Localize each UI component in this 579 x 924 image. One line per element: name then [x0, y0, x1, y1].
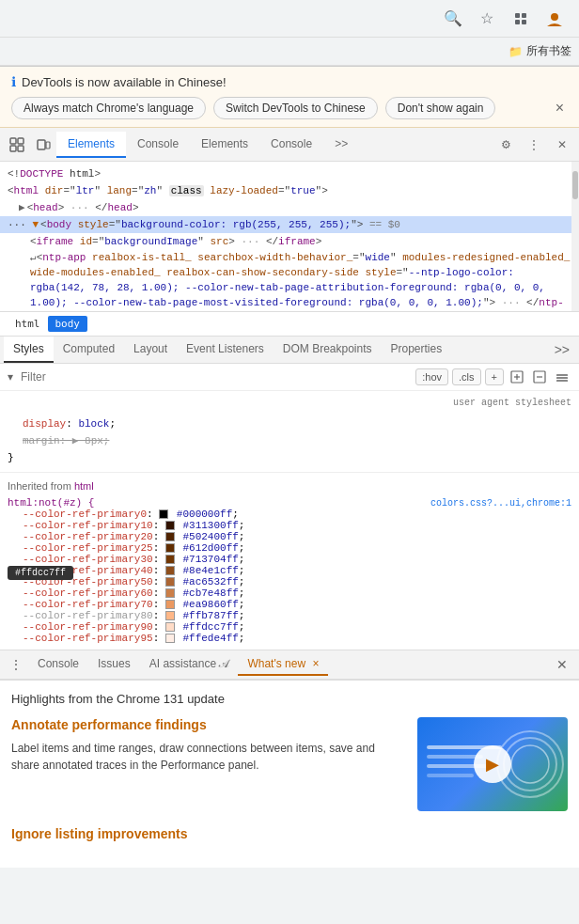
gear-icon[interactable]: ⚙	[493, 132, 519, 158]
tab-layout[interactable]: Layout	[124, 337, 177, 363]
color-swatch-90[interactable]	[165, 622, 175, 632]
whats-new-tab-x[interactable]: ×	[312, 657, 319, 670]
css-margin-prop[interactable]: margin: ▶ 8px;	[8, 432, 571, 449]
filter-input[interactable]	[21, 370, 408, 384]
color-prop-primary95[interactable]: --color-ref-primary95: #ffede4ff;	[8, 633, 571, 644]
tab-sources[interactable]: Elements	[190, 132, 259, 158]
color-palette-icon[interactable]	[553, 368, 571, 386]
inherited-from-element[interactable]: html	[74, 480, 94, 492]
color-swatch-20[interactable]	[165, 532, 175, 541]
notification-message: DevTools is now available in Chinese!	[22, 75, 227, 89]
devtools-panel: ℹ DevTools is now available in Chinese! …	[0, 66, 579, 868]
switch-chinese-button[interactable]: Switch DevTools to Chinese	[213, 97, 378, 119]
svg-rect-8	[18, 146, 23, 151]
match-language-button[interactable]: Always match Chrome's language	[11, 97, 206, 119]
tab-event-listeners[interactable]: Event Listeners	[177, 337, 274, 363]
tab-dom-breakpoints[interactable]: DOM Breakpoints	[274, 337, 382, 363]
tab-computed[interactable]: Computed	[54, 337, 124, 363]
svg-rect-3	[522, 20, 526, 24]
devtools-main-tabs: Elements Console Elements Console >> ⚙ ⋮…	[0, 128, 579, 162]
more-options-icon[interactable]: ⋮	[521, 132, 547, 158]
breadcrumb-bar: html body	[0, 312, 579, 337]
tab-bottom-whats-new[interactable]: What's new ×	[238, 653, 328, 676]
whats-new-title: Highlights from the Chrome 131 update	[11, 692, 568, 706]
svg-rect-10	[46, 142, 50, 149]
source-link[interactable]: colors.css?...ui,chrome:1	[430, 498, 571, 509]
color-swatch-95[interactable]	[165, 634, 175, 643]
hov-button[interactable]: :hov	[415, 368, 448, 385]
html-line-doctype[interactable]: <!DOCTYPE html>	[0, 165, 579, 182]
color-swatch-40[interactable]	[165, 566, 175, 575]
color-swatch-0[interactable]	[159, 509, 168, 519]
search-icon[interactable]: 🔍	[440, 6, 466, 32]
color-prop-primary80[interactable]: --color-ref-primary80: #ffb787ff;	[8, 610, 571, 621]
html-panel-scrollbar[interactable]	[571, 162, 579, 311]
play-button[interactable]: ▶	[474, 745, 511, 783]
whats-new-panel: Highlights from the Chrome 131 update ▶	[0, 680, 579, 868]
svg-rect-2	[515, 20, 520, 24]
tab-more[interactable]: >>	[323, 132, 359, 158]
inspector-icon-tab[interactable]	[4, 132, 30, 158]
color-prop-primary50[interactable]: --color-ref-primary50: #ac6532ff;	[8, 576, 571, 587]
tab-elements[interactable]: Elements	[56, 132, 126, 158]
color-tooltip: #ffdcc7ff	[8, 566, 73, 580]
tab-properties[interactable]: Properties	[382, 337, 452, 363]
color-swatch-30[interactable]	[165, 555, 175, 564]
cls-button[interactable]: .cls	[452, 368, 481, 385]
close-devtools-button[interactable]: ✕	[549, 132, 575, 158]
color-swatch-25[interactable]	[165, 543, 175, 553]
svg-rect-7	[10, 146, 16, 151]
css-selector: html:not(#z) {	[8, 497, 94, 509]
svg-rect-25	[427, 774, 474, 777]
svg-rect-18	[556, 380, 568, 382]
tab-network[interactable]: Console	[259, 132, 323, 158]
dont-show-again-button[interactable]: Don't show again	[385, 97, 496, 119]
html-line-head[interactable]: ▶<head> ··· </head>	[0, 199, 579, 216]
html-line-body[interactable]: ··· ▼<body style="background-color: rgb(…	[0, 216, 579, 233]
color-prop-primary20[interactable]: --color-ref-primary20: #502400ff;	[8, 531, 571, 542]
bottom-menu-icon[interactable]: ⋮	[4, 653, 28, 676]
device-toggle-tab[interactable]	[30, 132, 56, 158]
svg-rect-9	[38, 140, 45, 149]
tab-bottom-issues[interactable]: Issues	[88, 653, 140, 676]
bookmarks-label: 所有书签	[526, 43, 571, 59]
color-swatch-60[interactable]	[165, 588, 175, 598]
tab-console[interactable]: Console	[126, 132, 190, 158]
color-swatch-70[interactable]	[165, 600, 175, 609]
toggle-property-icon[interactable]	[530, 368, 549, 386]
styles-subtabs: Styles Computed Layout Event Listeners D…	[0, 337, 579, 364]
bottom-panel-close-button[interactable]: ✕	[549, 653, 575, 676]
color-prop-primary30[interactable]: --color-ref-primary30: #713704ff;	[8, 554, 571, 565]
color-swatch-80[interactable]	[165, 611, 175, 620]
bookmark-star-icon[interactable]: ☆	[474, 6, 500, 32]
profile-icon[interactable]	[541, 6, 568, 32]
color-prop-primary90[interactable]: --color-ref-primary90: #ffdcc7ff;	[8, 621, 571, 633]
html-line-iframe[interactable]: <iframe id="backgroundImage" src> ··· </…	[0, 233, 579, 250]
notification-close-button[interactable]: ×	[552, 100, 568, 117]
color-prop-primary70[interactable]: --color-ref-primary70: #ea9860ff;	[8, 599, 571, 610]
css-display-prop[interactable]: display: block;	[8, 415, 571, 432]
html-line-html[interactable]: <html dir="ltr" lang="zh" class lazy-loa…	[0, 182, 579, 199]
color-prop-primary60[interactable]: --color-ref-primary60: #cb7e48ff; #ffdcc…	[8, 587, 571, 599]
color-prop-primary10[interactable]: --color-ref-primary10: #311300ff;	[8, 520, 571, 531]
svg-rect-5	[10, 138, 16, 144]
color-swatch-50[interactable]	[165, 577, 175, 587]
extension-icon[interactable]	[508, 6, 534, 32]
tab-bottom-ai[interactable]: AI assistance 𝒜	[140, 653, 239, 677]
breadcrumb-body[interactable]: body	[48, 316, 88, 332]
breadcrumb-html[interactable]: html	[8, 316, 48, 332]
new-style-sheet-icon[interactable]	[508, 368, 526, 386]
styles-more-tabs-icon[interactable]: >>	[549, 338, 575, 361]
tab-bottom-console[interactable]: Console	[28, 653, 88, 676]
add-style-rule-button[interactable]: +	[485, 368, 504, 385]
html-line-ntpapp[interactable]: ↵<ntp-app realbox-is-tall_ searchbox-wid…	[0, 250, 579, 312]
feature-ignore-listing-title[interactable]: Ignore listing improvements	[11, 826, 568, 841]
color-prop-primary40[interactable]: --color-ref-primary40: #8e4e1cff;	[8, 565, 571, 576]
color-swatch-10[interactable]	[165, 521, 175, 530]
svg-rect-1	[522, 13, 526, 18]
tab-styles[interactable]: Styles	[4, 337, 54, 363]
svg-rect-16	[556, 374, 568, 376]
notification-buttons: Always match Chrome's language Switch De…	[11, 97, 568, 119]
color-prop-primary0[interactable]: --color-ref-primary0: #000000ff;	[8, 509, 571, 520]
color-prop-primary25[interactable]: --color-ref-primary25: #612d00ff;	[8, 542, 571, 554]
